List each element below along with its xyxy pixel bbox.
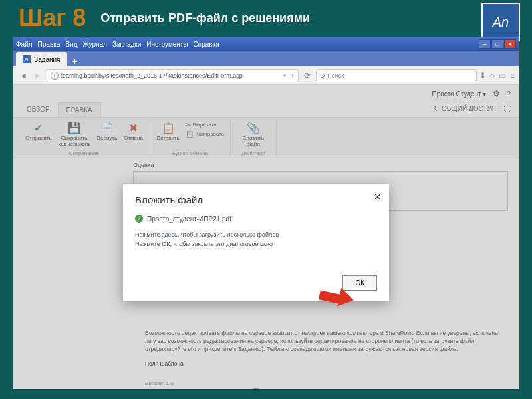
uploaded-filename: Просто_студент-ИПР21.pdf <box>147 215 231 223</box>
maximize-button[interactable]: □ <box>491 39 503 49</box>
template-fields-label: Поля шаблона <box>145 360 503 368</box>
step-subtitle: Отправить PDF-файл с решениями <box>100 11 310 25</box>
menu-history[interactable]: Журнал <box>82 41 107 48</box>
menu-help[interactable]: Справка <box>194 41 219 48</box>
dropdown-icon[interactable]: ▾ <box>283 72 287 79</box>
tab-label: Задания <box>34 56 61 63</box>
tab-favicon-icon: S <box>23 55 31 63</box>
forward-button[interactable]: ► <box>32 70 44 82</box>
menu-edit[interactable]: Правка <box>38 41 61 48</box>
check-icon: ✓ <box>135 215 143 223</box>
page-content: Просто Студент ▾ ⚙ ? ОБЗОР ПРАВКА ↻ ОБЩИ… <box>13 85 519 389</box>
search-placeholder: Поиск <box>327 72 344 79</box>
browser-window: Файл Правка Вид Журнал Закладки Инструме… <box>13 37 519 390</box>
url-text: learning.bsuir.by/sites/math_2_2016-17/T… <box>61 72 243 79</box>
back-button[interactable]: ◄ <box>17 70 29 82</box>
edit-hint-text: Возможность редактировать файлы на серве… <box>145 330 503 354</box>
menu-tools[interactable]: Инструменты <box>146 41 188 48</box>
menu-view[interactable]: Вид <box>65 41 77 48</box>
site-info-icon[interactable]: i <box>51 72 59 80</box>
modal-title: Вложить файл <box>135 194 377 205</box>
version-text: Версия: 1.0 <box>145 380 503 387</box>
pointer-arrow <box>319 287 356 307</box>
attach-file-modal: × Вложить файл ✓ Просто_студент-ИПР21.pd… <box>123 184 389 301</box>
search-icon: Q <box>320 72 325 79</box>
url-input[interactable]: i learning.bsuir.by/sites/math_2_2016-17… <box>47 69 299 82</box>
created-text: Создан в 12.04.2017 15:26 пользователем:… <box>145 387 503 389</box>
menu-bookmarks[interactable]: Закладки <box>112 41 141 48</box>
logo: Ап <box>481 3 520 41</box>
tabbar: S Задания + <box>13 51 519 66</box>
upload-more-link[interactable]: здесь <box>162 231 177 238</box>
modal-instructions: Нажмите здесь, чтобы загрузить несколько… <box>135 231 377 249</box>
reload-button[interactable]: ⟳ <box>301 70 313 82</box>
bookmarks-icon[interactable]: ▭ <box>499 71 506 80</box>
uploaded-file-row: ✓ Просто_студент-ИПР21.pdf <box>135 215 377 223</box>
browser-tab[interactable]: S Задания <box>16 52 67 66</box>
titlebar: Файл Правка Вид Журнал Закладки Инструме… <box>13 37 519 51</box>
home-icon[interactable]: ⌂ <box>490 71 495 80</box>
address-bar: ◄ ► i learning.bsuir.by/sites/math_2_201… <box>13 66 519 85</box>
reader-icon[interactable]: ➜ <box>289 72 295 79</box>
hamburger-icon[interactable]: ≡ <box>510 71 515 80</box>
search-input[interactable]: Q Поиск <box>316 69 477 82</box>
minimize-button[interactable]: ─ <box>479 39 491 49</box>
downloads-icon[interactable]: ⬇ <box>479 71 486 80</box>
close-window-button[interactable]: ✕ <box>504 39 516 49</box>
step-title: Шаг 8 <box>19 4 86 32</box>
modal-close-button[interactable]: × <box>374 190 381 204</box>
menu-file[interactable]: Файл <box>16 41 33 48</box>
new-tab-button[interactable]: + <box>72 56 78 66</box>
